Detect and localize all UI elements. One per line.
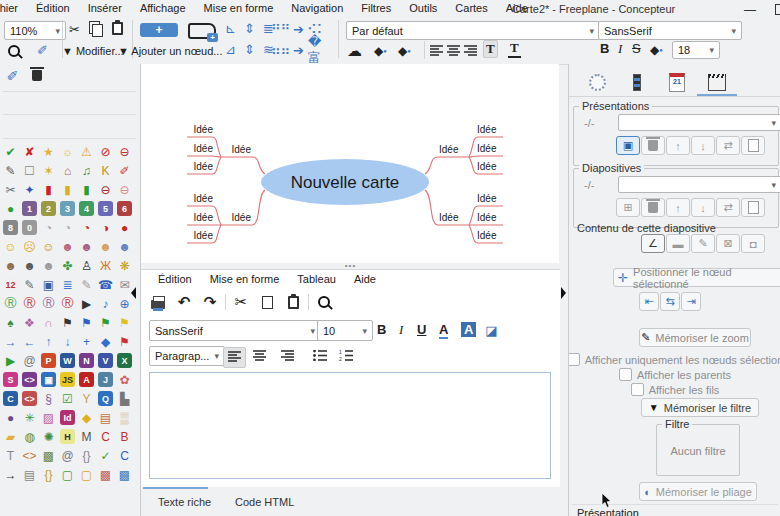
slide-node-button[interactable]: ▬: [666, 234, 690, 253]
palette-icon[interactable]: ←: [20, 332, 39, 351]
palette-icon[interactable]: ⚑: [58, 313, 77, 332]
palette-icon[interactable]: ♫: [77, 161, 96, 180]
palette-icon[interactable]: <>: [22, 391, 37, 406]
palette-icon[interactable]: 6: [117, 201, 132, 216]
palette-icon[interactable]: ☐: [20, 161, 39, 180]
paragraph-select[interactable]: Paragrap...: [149, 346, 225, 366]
checkbox[interactable]: [631, 383, 644, 396]
palette-icon[interactable]: ✎: [77, 275, 96, 294]
brush-icon[interactable]: ✐: [4, 67, 21, 84]
palette-icon[interactable]: ☻: [96, 237, 115, 256]
palette-icon[interactable]: ⊖: [115, 142, 134, 161]
palette-icon[interactable]: 0: [22, 220, 37, 235]
palette-icon[interactable]: 1: [22, 201, 37, 216]
mindmap-canvas[interactable]: Nouvelle carteIdéeIdéeIdéeIdéeIdéeIdéeId…: [141, 64, 559, 263]
align-right-icon[interactable]: [464, 45, 477, 58]
palette-icon[interactable]: 8: [3, 220, 18, 235]
palette-icon[interactable]: →: [1, 332, 20, 351]
mindmap-node[interactable]: Idée: [477, 212, 497, 223]
menu-item[interactable]: Navigation: [282, 2, 352, 14]
note-font-color-button[interactable]: A: [439, 322, 448, 339]
eraser-icon[interactable]: ◪: [483, 322, 500, 339]
palette-icon[interactable]: ✶: [39, 161, 58, 180]
palette-icon[interactable]: J: [98, 372, 113, 387]
start-presentation-button[interactable]: ▣: [616, 136, 640, 155]
mindmap-node[interactable]: Idée: [232, 144, 252, 155]
slide-down-button[interactable]: ↓: [691, 198, 715, 217]
palette-icon[interactable]: ♙: [77, 256, 96, 275]
palette-icon[interactable]: ✔: [1, 142, 20, 161]
align-left-icon[interactable]: [430, 45, 443, 58]
palette-icon[interactable]: 2: [41, 201, 56, 216]
palette-icon[interactable]: H: [60, 429, 75, 444]
print-icon[interactable]: [147, 292, 169, 312]
palette-icon[interactable]: ⚠: [77, 142, 96, 161]
palette-icon[interactable]: A: [79, 372, 94, 387]
palette-icon[interactable]: ≣: [58, 275, 77, 294]
save-filter-button[interactable]: ▼ Mémoriser le filtre: [641, 398, 759, 417]
palette-icon[interactable]: S: [3, 372, 18, 387]
palette-icon[interactable]: C: [96, 427, 115, 446]
font-size-select[interactable]: 18: [672, 41, 720, 59]
tb-ico[interactable]: ⠶⠶: [272, 42, 289, 59]
note-italic-button[interactable]: I: [399, 322, 403, 338]
mindmap-node[interactable]: Idée: [439, 144, 459, 155]
menu-item[interactable]: Affichage: [131, 2, 195, 14]
menu-item[interactable]: Insérer: [79, 2, 131, 14]
note-bold-button[interactable]: B: [377, 322, 386, 337]
palette-icon[interactable]: B: [115, 427, 134, 446]
palette-icon[interactable]: ◔: [39, 218, 58, 237]
slide-chart-button[interactable]: ∠: [641, 234, 665, 253]
redo-icon[interactable]: ↷: [199, 292, 221, 312]
palette-icon[interactable]: ▤: [96, 408, 115, 427]
slides-select[interactable]: [618, 176, 780, 193]
palette-icon[interactable]: ▣: [39, 275, 58, 294]
note-align-center-icon[interactable]: [253, 350, 266, 363]
palette-icon[interactable]: ✺: [39, 427, 58, 446]
palette-icon[interactable]: {}: [39, 465, 58, 484]
palette-icon[interactable]: ◑: [96, 218, 115, 237]
palette-icon[interactable]: ☺: [1, 237, 20, 256]
palette-icon[interactable]: ↑: [39, 332, 58, 351]
zoom-select[interactable]: 110%: [4, 21, 66, 40]
copy-icon[interactable]: [256, 292, 278, 312]
palette-icon[interactable]: ▩: [96, 465, 115, 484]
palette-icon[interactable]: ▩: [39, 446, 58, 465]
palette-icon[interactable]: @: [58, 446, 77, 465]
palette-icon[interactable]: ✦: [20, 180, 39, 199]
palette-icon[interactable]: ▮: [39, 180, 58, 199]
palette-icon[interactable]: 12: [3, 277, 18, 292]
palette-icon[interactable]: ▶: [77, 294, 96, 313]
tab-properties[interactable]: [619, 70, 655, 94]
tb-ico[interactable]: ⊿: [222, 41, 239, 58]
menu-item[interactable]: Aide: [345, 273, 385, 285]
palette-icon[interactable]: ▮: [58, 180, 77, 199]
italic-button[interactable]: I: [618, 41, 622, 57]
palette-icon[interactable]: ⌂: [58, 161, 77, 180]
palette-icon[interactable]: Id: [60, 410, 75, 425]
palette-icon[interactable]: C: [115, 446, 134, 465]
palette-icon[interactable]: ▢: [58, 465, 77, 484]
mindmap-node[interactable]: Idée: [194, 230, 214, 241]
palette-icon[interactable]: ◔: [58, 218, 77, 237]
palette-icon[interactable]: JS: [60, 372, 75, 387]
tb-ico[interactable]: ➔: [290, 21, 307, 38]
mindmap-node[interactable]: Idée: [194, 212, 214, 223]
tab-calendar[interactable]: 21: [659, 70, 695, 94]
align-node-center-button[interactable]: ⇆: [660, 292, 680, 311]
palette-icon[interactable]: ★: [39, 142, 58, 161]
swap-button[interactable]: ⇄: [716, 136, 740, 155]
palette-icon[interactable]: T: [1, 446, 20, 465]
mindmap-root[interactable]: Nouvelle carte: [291, 173, 400, 192]
palette-icon[interactable]: ⊖: [96, 180, 115, 199]
palette-icon[interactable]: V: [98, 353, 113, 368]
move-down-button[interactable]: ↓: [691, 136, 715, 155]
palette-icon[interactable]: ❋: [115, 256, 134, 275]
add-child-node-button[interactable]: [188, 23, 216, 39]
menu-item[interactable]: Édition: [27, 2, 79, 14]
palette-icon[interactable]: ✿: [115, 370, 134, 389]
palette-icon[interactable]: ▩: [115, 465, 134, 484]
palette-icon[interactable]: ✎: [20, 275, 39, 294]
palette-icon[interactable]: ◆: [96, 332, 115, 351]
bold-button[interactable]: B: [600, 41, 609, 56]
